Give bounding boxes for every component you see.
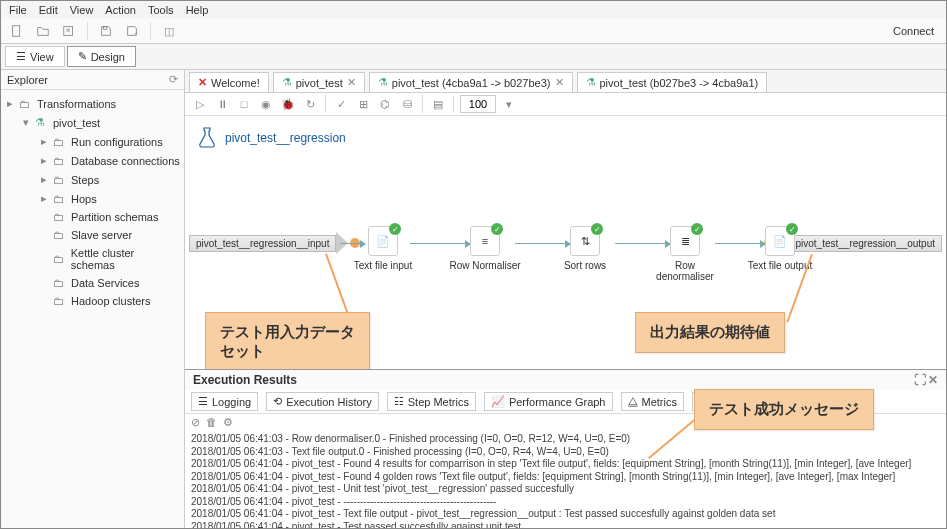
database-icon: ☰	[16, 50, 26, 63]
tree-leaf[interactable]: ▸🗀Database connections	[3, 151, 182, 170]
zoom-input[interactable]	[460, 95, 496, 113]
step-row-denormaliser[interactable]: ≣✓ Row denormaliser	[645, 226, 725, 282]
metrics-icon: ☷	[394, 395, 404, 408]
connect-link[interactable]: Connect	[893, 25, 940, 37]
impact-icon[interactable]: ⊞	[354, 95, 372, 113]
folder-icon: 🗀	[53, 295, 67, 307]
menu-view[interactable]: View	[70, 4, 94, 16]
menu-tools[interactable]: Tools	[148, 4, 174, 16]
tab-compare-2[interactable]: ⚗pivot_test (b027be3 -> 4cba9a1)	[577, 72, 768, 92]
folder-icon: 🗀	[53, 211, 67, 223]
tree-leaf[interactable]: ▸🗀Steps	[3, 170, 182, 189]
step-row-normaliser[interactable]: ≡✓ Row Normaliser	[445, 226, 525, 271]
replay-icon[interactable]: ↻	[301, 95, 319, 113]
stop-icon[interactable]: □	[235, 95, 253, 113]
zoom-dropdown-icon[interactable]: ▾	[500, 95, 518, 113]
folder-icon: 🗀	[53, 229, 67, 241]
tree-leaf[interactable]: 🗀Slave server	[3, 226, 182, 244]
debug-icon[interactable]: 🐞	[279, 95, 297, 113]
exec-tab-perf-graph[interactable]: 📈Performance Graph	[484, 392, 613, 411]
verify-icon[interactable]: ✓	[332, 95, 350, 113]
tree-root[interactable]: ▸🗀Transformations	[3, 94, 182, 113]
step-text-file-input[interactable]: 📄✓ Text file input	[343, 226, 423, 271]
menu-action[interactable]: Action	[105, 4, 136, 16]
transform-icon: ⚗	[35, 116, 49, 129]
folder-icon: 🗀	[53, 193, 67, 205]
tree-leaf[interactable]: 🗀Hadoop clusters	[3, 292, 182, 310]
input-endpoint[interactable]: pivot_test__regression__input	[189, 232, 362, 254]
log-output[interactable]: 2018/01/05 06:41:03 - Row denormaliser.0…	[185, 431, 946, 529]
explore-db-icon[interactable]: ⛁	[398, 95, 416, 113]
log-line: 2018/01/05 06:41:04 - pivot_test - Found…	[191, 471, 940, 484]
log-settings-icon[interactable]: ⚙	[223, 416, 233, 429]
maximize-icon[interactable]: ⛶	[914, 373, 926, 387]
canvas[interactable]: pivot_test__regression pivot_test__regre…	[185, 116, 946, 369]
explorer-panel: Explorer ⟳ ▸🗀Transformations ▾⚗pivot_tes…	[1, 70, 185, 529]
success-badge-icon: ✓	[491, 223, 503, 235]
show-results-icon[interactable]: ▤	[429, 95, 447, 113]
svg-rect-0	[13, 26, 20, 37]
exec-tab-metrics[interactable]: ⧋Metrics	[621, 392, 684, 411]
folder-icon: 🗀	[53, 253, 67, 265]
refresh-icon[interactable]: ⟳	[169, 73, 178, 86]
open-folder-icon[interactable]	[33, 21, 53, 41]
success-badge-icon: ✓	[786, 223, 798, 235]
new-file-icon[interactable]	[7, 21, 27, 41]
editor-tabs: ✕Welcome! ⚗pivot_test✕ ⚗pivot_test (4cba…	[185, 70, 946, 93]
folder-icon: 🗀	[19, 98, 33, 110]
explorer-tree: ▸🗀Transformations ▾⚗pivot_test ▸🗀Run con…	[1, 90, 184, 529]
log-line: 2018/01/05 06:41:04 - pivot_test - Unit …	[191, 483, 940, 496]
folder-icon: 🗀	[53, 174, 67, 186]
tree-leaf[interactable]: 🗀Kettle cluster schemas	[3, 244, 182, 274]
flask-icon	[195, 126, 219, 150]
tree-transformation[interactable]: ▾⚗pivot_test	[3, 113, 182, 132]
exec-tab-logging[interactable]: ☰Logging	[191, 392, 258, 411]
step-sort-rows[interactable]: ⇅✓ Sort rows	[545, 226, 625, 271]
denormalise-icon: ≣	[681, 235, 690, 248]
success-badge-icon: ✓	[389, 223, 401, 235]
pencil-icon: ✎	[78, 50, 87, 63]
log-line: 2018/01/05 06:41:03 - Text file output.0…	[191, 446, 940, 459]
tree-leaf[interactable]: ▸🗀Hops	[3, 189, 182, 208]
canvas-toolbar: ▷ ⏸ □ ◉ 🐞 ↻ ✓ ⊞ ⌬ ⛁ ▤ ▾	[185, 93, 946, 116]
success-badge-icon: ✓	[691, 223, 703, 235]
close-icon[interactable]: ✕	[198, 76, 207, 89]
sql-icon[interactable]: ⌬	[376, 95, 394, 113]
explorer-title: Explorer	[7, 74, 48, 86]
save-icon[interactable]	[96, 21, 116, 41]
exec-results-title: Execution Results	[193, 373, 297, 387]
tab-compare-1[interactable]: ⚗pivot_test (4cba9a1 -> b027be3)✕	[369, 72, 573, 92]
tab-welcome[interactable]: ✕Welcome!	[189, 72, 269, 92]
explore-icon[interactable]	[59, 21, 79, 41]
tree-leaf[interactable]: 🗀Data Services	[3, 274, 182, 292]
run-icon[interactable]: ▷	[191, 95, 209, 113]
design-tab[interactable]: ✎Design	[67, 46, 136, 67]
preview-icon[interactable]: ◉	[257, 95, 275, 113]
perspective-icon[interactable]: ◫	[159, 21, 179, 41]
menu-file[interactable]: File	[9, 4, 27, 16]
tree-leaf[interactable]: ▸🗀Run configurations	[3, 132, 182, 151]
close-icon[interactable]: ✕	[555, 76, 564, 89]
log-clear-icon[interactable]: 🗑	[206, 416, 217, 429]
close-icon[interactable]: ✕	[347, 76, 356, 89]
log-line: 2018/01/05 06:41:04 - pivot_test - -----…	[191, 496, 940, 509]
folder-icon: 🗀	[53, 277, 67, 289]
exec-tab-history[interactable]: ⟲Execution History	[266, 392, 379, 411]
view-tab[interactable]: ☰View	[5, 46, 65, 67]
exec-tab-step-metrics[interactable]: ☷Step Metrics	[387, 392, 476, 411]
save-as-icon[interactable]	[122, 21, 142, 41]
content-area: ✕Welcome! ⚗pivot_test✕ ⚗pivot_test (4cba…	[185, 70, 946, 529]
log-stop-icon[interactable]: ⊘	[191, 416, 200, 429]
close-icon[interactable]: ✕	[928, 373, 938, 387]
file-icon: 📄	[376, 235, 390, 248]
sort-icon: ⇅	[581, 235, 590, 248]
tab-pivot-test[interactable]: ⚗pivot_test✕	[273, 72, 365, 92]
file-out-icon: 📄	[773, 235, 787, 248]
pause-icon[interactable]: ⏸	[213, 95, 231, 113]
log-line: 2018/01/05 06:41:03 - Row denormaliser.0…	[191, 433, 940, 446]
log-line: 2018/01/05 06:41:04 - pivot_test - Test …	[191, 521, 940, 530]
menu-edit[interactable]: Edit	[39, 4, 58, 16]
tree-leaf[interactable]: 🗀Partition schemas	[3, 208, 182, 226]
log-line: 2018/01/05 06:41:04 - pivot_test - Text …	[191, 508, 940, 521]
menu-help[interactable]: Help	[186, 4, 209, 16]
